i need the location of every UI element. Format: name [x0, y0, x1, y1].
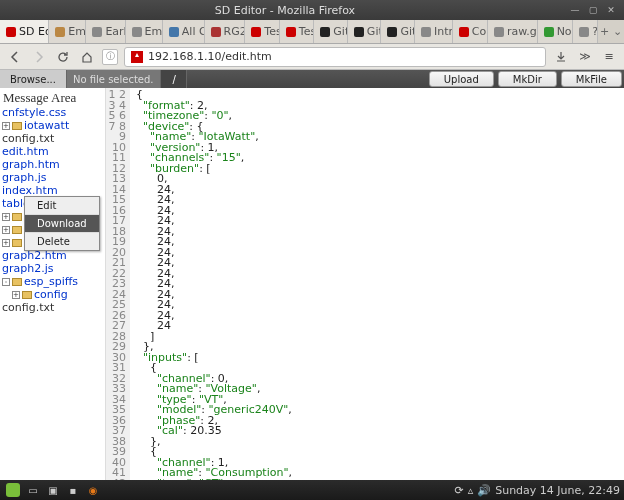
system-tray: ⟳ ▵ 🔊 Sunday 14 June, 22:49	[454, 484, 620, 497]
tab-label: SD Ed	[19, 25, 49, 38]
expand-icon[interactable]: +	[2, 213, 10, 221]
firefox-icon[interactable]: ◉	[84, 482, 102, 498]
browser-tab[interactable]: All CT	[163, 20, 205, 43]
tree-item[interactable]: config.txt	[2, 132, 105, 145]
tree-label[interactable]: config.txt	[2, 132, 54, 145]
save-icon[interactable]	[552, 48, 570, 66]
tree-label[interactable]: cnfstyle.css	[2, 106, 66, 119]
minimize-icon[interactable]: —	[568, 3, 582, 17]
mkfile-button[interactable]: MkFile	[561, 71, 622, 87]
url-bar[interactable]	[124, 47, 546, 67]
expand-icon[interactable]: +	[2, 239, 10, 247]
file-label: No file selected.	[67, 70, 161, 88]
back-button[interactable]	[6, 48, 24, 66]
tab-favicon-icon	[211, 27, 221, 37]
tree-label[interactable]: config.txt	[2, 301, 54, 314]
menu-icon[interactable]: ≡	[600, 48, 618, 66]
tree-item[interactable]: edit.htm	[2, 145, 105, 158]
close-icon[interactable]: ✕	[604, 3, 618, 17]
context-menu-item[interactable]: Delete	[25, 233, 99, 250]
network-icon[interactable]: ▵	[468, 484, 474, 497]
url-shield-icon[interactable]: ⓘ	[102, 49, 118, 65]
browser-tab[interactable]: Intro	[415, 20, 453, 43]
expand-icon[interactable]: -	[2, 278, 10, 286]
browser-tab[interactable]: Emp	[126, 20, 163, 43]
browse-button[interactable]: Browse...	[0, 70, 67, 88]
file-tree-sidebar: Message Area cnfstyle.css+iotawattconfig…	[0, 88, 106, 480]
volume-icon[interactable]: 🔊	[477, 484, 491, 497]
tree-label[interactable]: graph2.js	[2, 262, 53, 275]
terminal-icon[interactable]: ▪	[64, 482, 82, 498]
tab-label: ?	[592, 25, 598, 38]
browser-tab[interactable]: Early	[86, 20, 125, 43]
code-editor[interactable]: 1 2 3 4 5 6 7 8 9 10 11 12 13 14 15 16 1…	[106, 88, 624, 480]
tab-favicon-icon	[6, 27, 16, 37]
folder-icon	[12, 122, 22, 130]
tree-item[interactable]: graph.htm	[2, 158, 105, 171]
tree-label[interactable]: graph.js	[2, 171, 46, 184]
maximize-icon[interactable]: ▢	[586, 3, 600, 17]
tree-item[interactable]: graph2.js	[2, 262, 105, 275]
browser-tab[interactable]: RG26	[205, 20, 246, 43]
browser-tab[interactable]: Gitl	[381, 20, 415, 43]
tab-favicon-icon	[251, 27, 261, 37]
browser-tab[interactable]: Gitl	[348, 20, 382, 43]
context-menu-item[interactable]: Edit	[25, 197, 99, 215]
clock[interactable]: Sunday 14 June, 22:49	[495, 484, 620, 497]
url-input[interactable]	[148, 50, 539, 63]
browser-tab[interactable]: ?	[573, 20, 598, 43]
expand-icon[interactable]: +	[2, 122, 10, 130]
context-menu-item[interactable]: Download	[25, 215, 99, 233]
tree-label[interactable]: iotawatt	[24, 119, 69, 132]
tab-label: raw.gith	[507, 25, 538, 38]
app-toolbar: Browse... No file selected. / Upload MkD…	[0, 70, 624, 88]
folder-icon	[12, 278, 22, 286]
tree-item[interactable]: graph.js	[2, 171, 105, 184]
tab-favicon-icon	[55, 27, 65, 37]
browser-tab[interactable]: Gitl	[314, 20, 348, 43]
show-desktop-icon[interactable]: ▭	[24, 482, 42, 498]
tree-label[interactable]: config	[34, 288, 68, 301]
folder-icon	[12, 239, 22, 247]
tree-item[interactable]: -esp_spiffs	[2, 275, 105, 288]
expand-icon[interactable]: +	[2, 226, 10, 234]
start-menu-icon[interactable]	[4, 482, 22, 498]
tree-label[interactable]: edit.htm	[2, 145, 49, 158]
os-taskbar: ▭ ▣ ▪ ◉ ⟳ ▵ 🔊 Sunday 14 June, 22:49	[0, 480, 624, 500]
mkdir-button[interactable]: MkDir	[498, 71, 557, 87]
tree-item[interactable]: +iotawatt	[2, 119, 105, 132]
browser-tab[interactable]: raw.gith	[488, 20, 538, 43]
window-title: SD Editor - Mozilla Firefox	[6, 4, 564, 17]
tab-label: Gitl	[333, 25, 348, 38]
code-area[interactable]: { "format": 2, "timezone": "0", "device"…	[130, 88, 624, 480]
tree-item[interactable]: +config	[2, 288, 105, 301]
tab-list-button[interactable]: ⌄	[611, 20, 624, 43]
browser-tab[interactable]: Nod	[538, 20, 573, 43]
browser-tab[interactable]: Tesl	[245, 20, 280, 43]
upload-button[interactable]: Upload	[429, 71, 494, 87]
tree-item[interactable]: cnfstyle.css	[2, 106, 105, 119]
path-input[interactable]: /	[161, 70, 187, 88]
browser-toolbar: ⓘ ≫ ≡	[0, 44, 624, 70]
browser-tab[interactable]: SD Ed✕	[0, 20, 49, 43]
forward-button[interactable]	[30, 48, 48, 66]
tab-label: Con	[472, 25, 488, 38]
browser-tab[interactable]: Con	[453, 20, 488, 43]
reload-button[interactable]	[54, 48, 72, 66]
browser-tab-strip: SD Ed✕EmoEarlyEmpAll CTRG26TeslTeslGitlG…	[0, 20, 624, 44]
home-button[interactable]	[78, 48, 96, 66]
tab-favicon-icon	[320, 27, 330, 37]
expand-icon[interactable]: +	[12, 291, 20, 299]
tree-label[interactable]: graph.htm	[2, 158, 60, 171]
tab-label: Early	[105, 25, 125, 38]
browser-tab[interactable]: Tesl	[280, 20, 315, 43]
tree-label[interactable]: esp_spiffs	[24, 275, 78, 288]
tray-icon[interactable]: ⟳	[454, 484, 463, 497]
files-icon[interactable]: ▣	[44, 482, 62, 498]
tab-label: Gitl	[367, 25, 382, 38]
tab-favicon-icon	[544, 27, 554, 37]
new-tab-button[interactable]: +	[598, 20, 611, 43]
tree-item[interactable]: config.txt	[2, 301, 105, 314]
overflow-icon[interactable]: ≫	[576, 48, 594, 66]
browser-tab[interactable]: Emo	[49, 20, 86, 43]
